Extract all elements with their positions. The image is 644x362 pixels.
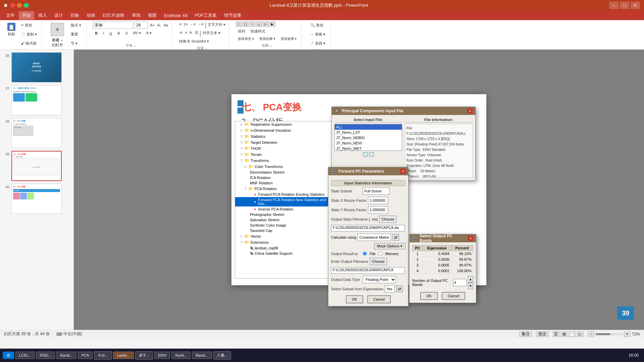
memory-radio[interactable] xyxy=(378,251,383,256)
menu-review[interactable]: 审阅 xyxy=(128,11,144,20)
cut-button[interactable]: ✂ 剪切 xyxy=(19,21,39,29)
shape-fill-button[interactable]: 形状填充 ▾ xyxy=(236,36,256,42)
select-button[interactable]: ↗ 选择 ▾ xyxy=(308,40,327,47)
pci-scroll-down[interactable] xyxy=(369,152,374,157)
taskbar-lc81[interactable]: LC81... xyxy=(15,352,35,359)
stats-y-input[interactable] xyxy=(368,206,388,214)
tree-item-decorr[interactable]: Decorrelation Stretch xyxy=(235,170,335,175)
strikethrough-button[interactable]: S xyxy=(115,31,122,36)
align-left-button[interactable]: ⫷ xyxy=(178,30,183,37)
align-right-button[interactable]: ⫸ xyxy=(189,30,194,37)
normal-view-button[interactable]: ☰ xyxy=(553,331,559,337)
menu-insert[interactable]: 插入 xyxy=(35,11,50,20)
font-size-increase-button[interactable]: A+ xyxy=(149,22,155,28)
bold-button[interactable]: B xyxy=(93,31,100,36)
taskbar-bajia[interactable]: 八重... xyxy=(213,351,231,360)
slide-thumb-38[interactable]: 38 七、PCA变换 1. Layer Stacking ENVI dialog xyxy=(1,118,72,148)
replace-button[interactable]: ↔ 替换 ▾ xyxy=(308,31,327,38)
menu-slideshow[interactable]: 幻灯片放映 xyxy=(99,11,128,20)
taskbar-envi[interactable]: ENVI xyxy=(154,352,170,359)
arrange-button[interactable]: 排列 xyxy=(236,28,247,35)
find-button[interactable]: 🔍 查找 xyxy=(308,21,327,29)
tree-item-thor[interactable]: ▽ 📁 THOR xyxy=(235,145,335,152)
copy-button[interactable]: 📄 复制 ▾ xyxy=(19,31,39,38)
slide-thumb-37[interactable]: 37 七、主成分分析法（PCA） Principal Component Ana… xyxy=(1,85,72,115)
tree-item-transforms[interactable]: ▽ 📁 Transforms xyxy=(235,158,335,164)
file-item-norm-ndbsi[interactable]: JT_Norm_NDBSI xyxy=(335,135,402,140)
slide-thumb-36[interactable]: 36 PART SEVEN PCA变换 xyxy=(1,52,72,82)
layout-button[interactable]: 版式 ▾ xyxy=(69,21,83,29)
decrease-indent-button[interactable]: ←≡ xyxy=(189,21,196,28)
numbering-button[interactable]: 1≡ xyxy=(183,21,189,28)
taskbar-jiyu[interactable]: 基于... xyxy=(135,351,153,360)
text-direction-button[interactable]: 文字方向 ▾ xyxy=(207,21,226,28)
menu-design[interactable]: 设计 xyxy=(51,11,66,20)
font-name-input[interactable] xyxy=(93,21,133,29)
italic-button[interactable]: I xyxy=(101,31,106,36)
subset-input[interactable] xyxy=(385,285,395,293)
tree-item-forward-new[interactable]: ● Forward PCA Rotation New Statistics an… xyxy=(235,197,335,206)
tree-item-pca[interactable]: ▽ 📁 PCA Rotation xyxy=(235,186,335,192)
justify-button[interactable]: ☰ xyxy=(194,30,199,37)
swap-icon[interactable]: ⇄ xyxy=(392,234,399,241)
slideshow-button[interactable]: ▷ xyxy=(577,331,584,337)
taskbar-bandi2[interactable]: Bandi... xyxy=(192,352,212,359)
output-filename-browse-button[interactable]: Choose xyxy=(370,258,387,265)
subset-swap-icon[interactable]: ⇄ xyxy=(396,286,403,292)
clear-format-button[interactable]: Aa xyxy=(163,22,169,28)
tree-item-vector[interactable]: ▷ 📁 Vector xyxy=(235,233,335,239)
menu-transitions[interactable]: 切换 xyxy=(67,11,83,20)
num-bands-input[interactable] xyxy=(453,279,467,286)
menu-home[interactable]: 开始 xyxy=(19,11,34,20)
tree-item-china-satellite[interactable]: 🛰 China Satellite Support xyxy=(235,251,335,256)
tree-item-photographic[interactable]: Photographic Stretch xyxy=(235,212,335,217)
tree-item-forward-existing[interactable]: ● Forward PCA Rotation Existing Statisti… xyxy=(235,192,335,197)
tree-item-landsat[interactable]: 🛰 landsat_capfill xyxy=(235,245,335,251)
tree-item-saturation[interactable]: Saturation Stretch xyxy=(235,217,335,223)
align-center-button[interactable]: ≡ xyxy=(184,30,187,37)
reset-button[interactable]: 重置 xyxy=(69,31,83,38)
slide-thumb-40[interactable]: 40 七、PCA变换 PCA结果 xyxy=(1,184,72,214)
minimize-button[interactable]: ─ xyxy=(609,2,619,9)
file-list[interactable]: ALL JT_Norm_LST JT_Norm_NDBSI JT_Norm_ND… xyxy=(334,124,402,151)
tree-item-mnf[interactable]: MNF Rotation xyxy=(235,180,335,186)
tree-item-extensions[interactable]: ▽ 📁 Extensions xyxy=(235,239,335,245)
spin-up-button[interactable]: ▲ xyxy=(468,276,473,283)
pci-close-button[interactable]: ✕ xyxy=(467,108,473,114)
shadow-button[interactable]: S xyxy=(123,31,130,36)
taskbar-runtime[interactable]: Runti... xyxy=(171,352,191,359)
convert-smartart-button[interactable]: 转换为 SmartArt ▾ xyxy=(178,38,210,45)
menu-pdf[interactable]: PDF工具集 xyxy=(192,11,220,20)
tree-item-registration[interactable]: ▷ 📁 Registration Suppression xyxy=(235,121,335,127)
stats-subset-input[interactable] xyxy=(363,187,389,195)
maximize-button[interactable]: □ xyxy=(620,2,629,9)
slide-thumb-39[interactable]: 39 七、PCA变换 2、PCA分析 PCA分析内容 xyxy=(1,151,72,181)
underline-button[interactable]: U xyxy=(107,31,114,36)
tree-item-inverse-pca[interactable]: ● Inverse PCA Rotation xyxy=(235,206,335,212)
file-item-all[interactable]: ALL xyxy=(335,124,402,130)
stats-x-input[interactable] xyxy=(368,197,388,204)
bullets-button[interactable]: ≡ xyxy=(178,21,182,28)
file-item-norm-ndvi[interactable]: JT_Norm_NDVI xyxy=(335,140,402,146)
zoom-in-button[interactable]: + xyxy=(624,331,631,337)
mask-options-button[interactable]: Mask Options ▾ xyxy=(374,243,406,249)
taskbar-lands[interactable]: Lands... xyxy=(113,352,133,359)
file-item-norm-wet[interactable]: JT_Norm_WET xyxy=(335,146,402,151)
section-button[interactable]: 节 ▾ xyxy=(69,40,83,47)
menu-animations[interactable]: 动画 xyxy=(83,11,99,20)
taskbar-pca[interactable]: PCA xyxy=(78,352,93,359)
quick-styles-button[interactable]: 快速样式 xyxy=(249,28,267,35)
sop-ok-button[interactable]: OK xyxy=(420,292,438,300)
tree-item-color-transforms[interactable]: ▷ 📁 Color Transforms xyxy=(235,164,335,170)
output-stats-browse-button[interactable]: Choose xyxy=(379,216,396,223)
taskbar-kal[interactable]: 卡尔... xyxy=(94,351,112,360)
close-button[interactable]: ✕ xyxy=(631,2,640,9)
shape-outline-button[interactable]: 形状轮廓 ▾ xyxy=(257,36,277,42)
menu-storyline[interactable]: 情节提要 xyxy=(221,11,245,20)
tree-item-terrain[interactable]: ▽ 📁 Terrain xyxy=(235,152,335,158)
align-text-button[interactable]: 对齐文本 ▾ xyxy=(202,30,221,37)
sop-close-button[interactable]: ✕ xyxy=(468,236,473,241)
spin-down-button[interactable]: ▼ xyxy=(468,283,473,289)
file-item-norm-lst[interactable]: JT_Norm_LST xyxy=(335,130,402,135)
notes-button[interactable]: 备注 xyxy=(519,331,532,337)
